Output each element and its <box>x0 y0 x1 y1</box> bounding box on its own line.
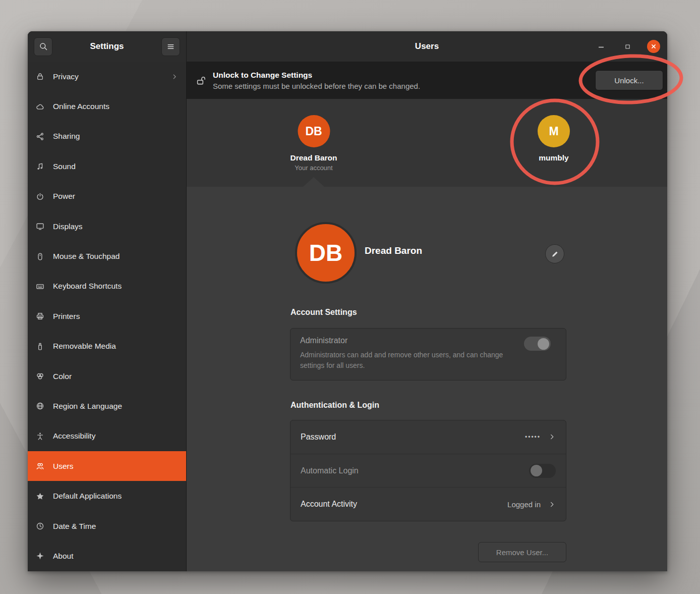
sidebar-item-printers[interactable]: Printers <box>28 301 186 331</box>
row-right <box>529 464 556 478</box>
chevron-right-icon <box>548 433 556 441</box>
minimize-button[interactable] <box>595 40 608 53</box>
toggle-knob <box>538 338 549 350</box>
sidebar-item-label: Online Accounts <box>53 102 109 111</box>
administrator-label: Administrator <box>300 336 556 345</box>
sidebar-item-mouse-touchpad[interactable]: Mouse & Touchpad <box>28 241 186 271</box>
account-settings-title: Account Settings <box>290 308 357 317</box>
sidebar-item-label: Date & Time <box>53 522 96 531</box>
sidebar-item-label: Mouse & Touchpad <box>53 252 120 261</box>
sidebar-item-displays[interactable]: Displays <box>28 211 186 241</box>
sidebar-item-power[interactable]: Power <box>28 182 186 211</box>
sidebar-item-label: Privacy <box>53 72 79 81</box>
sidebar-item-label: Printers <box>53 312 80 321</box>
sidebar-item-users[interactable]: Users <box>28 451 186 481</box>
window-controls <box>595 40 667 53</box>
row-right: Logged in <box>507 500 556 509</box>
sidebar-list: PrivacyOnline AccountsSharingSoundPowerD… <box>28 62 186 571</box>
unlock-banner-title: Unlock to Change Settings <box>213 71 588 80</box>
sidebar-item-sound[interactable]: Sound <box>28 151 186 181</box>
sidebar-item-color[interactable]: Color <box>28 361 186 391</box>
sidebar-item-sharing[interactable]: Sharing <box>28 122 186 151</box>
edit-avatar-button[interactable] <box>545 244 564 263</box>
clock-icon <box>36 522 44 530</box>
row-label: Password <box>301 433 336 442</box>
sidebar-item-label: Region & Language <box>53 402 122 411</box>
sidebar-item-label: Color <box>53 372 72 381</box>
sidebar-item-online-accounts[interactable]: Online Accounts <box>28 91 186 121</box>
minimize-icon <box>597 42 605 50</box>
sidebar-item-privacy[interactable]: Privacy <box>28 62 186 91</box>
sidebar-item-region-language[interactable]: Region & Language <box>28 391 186 421</box>
sidebar-item-keyboard-shortcuts[interactable]: Keyboard Shortcuts <box>28 272 186 301</box>
sidebar-header: Settings <box>28 31 186 62</box>
users-icon <box>36 462 44 470</box>
main-panel: Users Unlock to Change Settings Some set… <box>187 31 667 571</box>
search-icon <box>39 42 48 51</box>
display-icon <box>36 222 44 231</box>
sidebar-item-accessibility[interactable]: Accessibility <box>28 421 186 451</box>
keyboard-icon <box>36 282 44 291</box>
menu-button[interactable] <box>161 37 180 56</box>
pencil-icon <box>551 250 559 258</box>
mouse-icon <box>36 252 44 261</box>
globe-icon <box>36 402 44 410</box>
sidebar-item-label: Sound <box>53 162 76 171</box>
row-value: ••••• <box>525 434 541 441</box>
sidebar-item-label: Default Applications <box>53 492 122 501</box>
detail-avatar: DB <box>295 222 357 284</box>
sidebar-item-label: Power <box>53 192 75 201</box>
user-card-mumbly[interactable]: Mmumbly <box>538 115 570 163</box>
user-name: mumbly <box>538 153 570 163</box>
lock-icon <box>36 72 44 81</box>
sidebar-item-label: Sharing <box>53 132 80 141</box>
sidebar-item-default-applications[interactable]: Default Applications <box>28 481 186 511</box>
sidebar-item-date-time[interactable]: Date & Time <box>28 511 186 541</box>
titlebar: Users <box>187 31 667 62</box>
user-avatar: M <box>538 115 570 147</box>
authentication-box: Password•••••Automatic LoginAccount Acti… <box>290 420 566 521</box>
user-detail-panel: DB Dread Baron Account Settings Administ… <box>187 187 667 571</box>
chevron-right-icon <box>171 73 178 80</box>
maximize-icon <box>624 43 631 50</box>
sidebar-item-label: Removable Media <box>53 342 116 351</box>
user-card-dread-baron[interactable]: DBDread BaronYour account <box>290 115 337 172</box>
row-automatic-login[interactable]: Automatic Login <box>290 454 566 488</box>
remove-user-button[interactable]: Remove User... <box>478 542 566 562</box>
sparkle-icon <box>36 552 44 560</box>
administrator-toggle[interactable] <box>524 337 551 351</box>
sidebar-item-label: About <box>53 552 74 561</box>
maximize-button[interactable] <box>621 40 634 53</box>
administrator-description: Administrators can add and remove other … <box>300 350 517 371</box>
sidebar-title: Settings <box>90 41 124 51</box>
toggle-automatic-login[interactable] <box>529 464 556 478</box>
color-icon <box>36 372 44 381</box>
chevron-right-icon <box>548 501 556 508</box>
sidebar-item-label: Users <box>53 462 73 471</box>
unlock-button[interactable]: Unlock... <box>595 70 663 90</box>
media-icon <box>36 342 44 351</box>
row-account-activity[interactable]: Account ActivityLogged in <box>290 488 566 521</box>
unlock-banner: Unlock to Change Settings Some settings … <box>187 62 667 99</box>
sidebar-item-label: Accessibility <box>53 431 95 441</box>
search-button[interactable] <box>34 37 52 56</box>
sidebar-item-about[interactable]: About <box>28 541 186 571</box>
toggle-knob <box>531 465 542 476</box>
unlock-banner-text: Unlock to Change Settings Some settings … <box>213 71 588 90</box>
row-password[interactable]: Password••••• <box>290 420 566 454</box>
unlock-icon <box>196 76 206 85</box>
close-button[interactable] <box>647 40 660 53</box>
sidebar-item-removable-media[interactable]: Removable Media <box>28 332 186 361</box>
user-name: Dread Baron <box>290 153 337 163</box>
unlock-banner-subtitle: Some settings must be unlocked before th… <box>213 82 588 90</box>
menu-icon <box>166 42 175 51</box>
sidebar-item-label: Keyboard Shortcuts <box>53 282 122 291</box>
printer-icon <box>36 312 44 320</box>
settings-window: Settings PrivacyOnline AccountsSharingSo… <box>28 31 667 571</box>
detail-user-name: Dread Baron <box>365 245 422 256</box>
sound-icon <box>36 162 44 171</box>
cloud-icon <box>36 102 44 111</box>
row-right: ••••• <box>525 433 556 441</box>
star-icon <box>36 492 44 501</box>
sidebar-item-label: Displays <box>53 222 83 231</box>
